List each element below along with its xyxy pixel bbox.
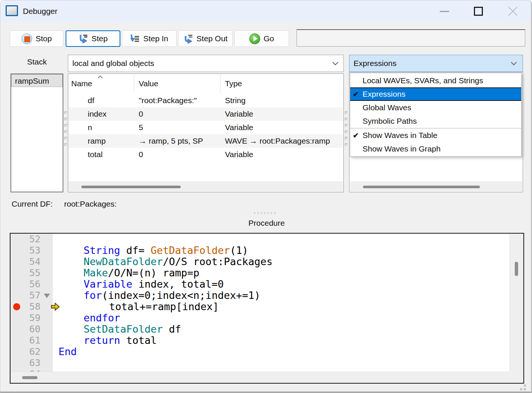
expressions-dropdown[interactable]: Expressions [349,55,523,72]
objects-dropdown[interactable]: local and global objects [68,55,344,72]
line-number[interactable]: 52 [29,234,40,245]
app-window-icon [6,5,18,16]
table-row[interactable]: n5Variable [69,121,343,134]
current-line-arrow-icon [50,302,60,312]
code-line: End [53,346,510,357]
table-row[interactable]: df"root:Packages:"String [69,94,343,107]
code-gutter[interactable]: 52535455565758596061626364 [10,234,53,372]
line-number[interactable]: 59 [29,312,40,324]
minimize-icon[interactable] [440,11,449,12]
go-button[interactable]: Go [234,30,289,47]
maximize-icon[interactable] [474,7,483,16]
status-box [297,29,525,46]
scrollbar-corner [510,372,523,383]
menu-item-label: Local WAVEs, SVARs, and Strings [363,76,483,85]
code-line: for(index=0;index<n;index+=1) [53,290,510,301]
code-token: (index=0;index<n;index+=1) [102,290,261,301]
procedure-code-panel: 52535455565758596061626364 String df= Ge… [10,233,524,384]
menu-item[interactable]: Local WAVEs, SVARs, and Strings [350,74,521,87]
cell-type: Variable [225,148,253,161]
cell-name: total [88,148,103,161]
menu-item-label: Show Waves in Graph [363,144,441,153]
collapse-triangle-icon[interactable] [44,294,50,298]
line-number[interactable]: 55 [29,267,40,279]
code-token: NewDataFolder [84,256,163,267]
cell-name: index [88,107,106,121]
code-token: for [84,290,102,301]
splitter-grip[interactable] [64,111,67,146]
menu-item[interactable]: Show Waves in Graph [350,142,521,156]
line-number[interactable]: 53 [29,245,40,256]
line-number[interactable]: 58 [29,301,40,312]
stack-item[interactable]: rampSum [11,74,63,87]
code-line: endfor [53,312,510,324]
menu-item[interactable]: Global Waves [350,101,521,114]
step-in-icon [130,34,140,44]
cell-value: → ramp, 5 pts, SP [139,134,203,148]
cell-value: 0 [139,148,143,161]
variables-table-body: df"root:Packages:"Stringindex0Variablen5… [69,94,343,161]
line-number[interactable]: 56 [29,279,40,290]
column-header-value[interactable]: Value [139,79,158,88]
table-horizontal-scrollbar[interactable] [69,182,343,192]
scrollbar-thumb[interactable] [81,186,181,188]
table-row[interactable]: ramp→ ramp, 5 pts, SPWAVE → root:Package… [69,134,343,148]
window-resize-grip[interactable] [520,384,527,391]
code-line: String df= GetDataFolder(1) [53,245,510,256]
scrollbar-thumb[interactable] [515,262,518,276]
column-divider[interactable] [134,74,134,93]
checkmark-icon: ✔ [350,131,363,140]
menu-item[interactable]: ✔Show Waves in Table [350,129,521,142]
breakpoint-icon[interactable] [13,303,20,310]
line-number[interactable]: 54 [29,256,40,267]
objects-dropdown-value: local and global objects [72,55,154,72]
column-header-name[interactable]: Name [71,79,92,88]
stack-label: Stack [10,57,63,66]
code-horizontal-scrollbar[interactable] [10,372,510,383]
code-token: End [58,346,77,357]
title-bar[interactable]: Debugger [0,0,531,22]
stop-button[interactable]: Stop [10,30,63,47]
column-header-type[interactable]: Type [225,79,242,88]
window-title: Debugger [23,0,57,22]
code-token: df [163,323,181,335]
line-number[interactable]: 62 [29,346,40,357]
line-number[interactable]: 64 [29,369,40,372]
step-out-button[interactable]: Step Out [178,30,233,47]
menu-item[interactable]: Symbolic Paths [350,114,521,128]
line-number[interactable]: 60 [29,324,40,335]
line-number[interactable]: 63 [29,357,40,369]
code-vertical-scrollbar[interactable] [510,234,523,372]
stack-list[interactable]: rampSum [10,74,63,192]
scrollbar-thumb[interactable] [363,186,480,188]
menu-item-label: Global Waves [363,103,411,112]
code-token: /O/N=(n) ramp=p [108,267,199,279]
close-icon[interactable] [507,5,519,18]
checkmark-icon: ✔ [350,90,363,99]
cell-name: n [88,121,92,134]
line-number[interactable]: 61 [29,335,40,346]
cell-name: ramp [88,134,106,148]
code-token: /O/S root:Packages [163,256,273,267]
step-button[interactable]: Step [66,30,120,47]
code-line [53,369,510,372]
variables-table: Name Value Type df"root:Packages:"String… [68,74,344,192]
menu-item[interactable]: ✔Expressions [350,87,521,101]
table-row[interactable]: index0Variable [69,107,343,121]
code-line: total+=ramp[index] [53,301,510,312]
chevron-down-icon [511,60,517,66]
cell-value: "root:Packages:" [139,94,197,107]
code-token: Variable [84,278,132,290]
splitter-grip[interactable] [345,111,348,146]
expressions-horizontal-scrollbar[interactable] [350,182,522,192]
scrollbar-thumb[interactable] [22,376,37,379]
code-line: Make/O/N=(n) ramp=p [53,267,510,279]
pane-splitter-handle[interactable] [254,212,276,214]
line-number[interactable]: 57 [29,290,40,301]
step-out-button-label: Step Out [196,34,228,43]
step-in-button[interactable]: Step In [122,30,177,47]
table-row[interactable]: total0Variable [69,148,343,161]
step-button-label: Step [91,34,108,43]
code-token: SetDataFolder [84,323,163,335]
column-divider[interactable] [220,74,220,93]
